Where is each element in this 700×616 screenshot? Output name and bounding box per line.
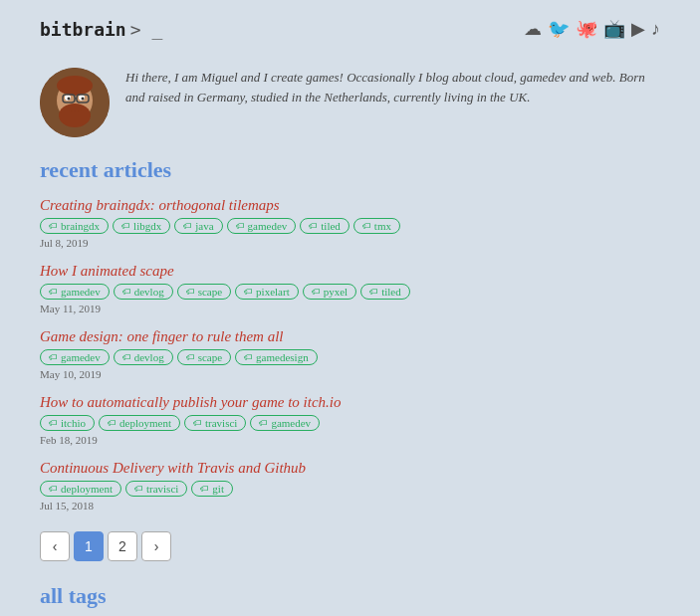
tag-itchio[interactable]: itchio — [40, 415, 95, 431]
article-date: May 11, 2019 — [40, 303, 660, 314]
header-icons: ☁ 🐦 🐙 📺 ▶ ♪ — [524, 18, 660, 40]
lastfm-icon[interactable]: ♪ — [651, 19, 660, 40]
tag-gamedev[interactable]: gamedev — [40, 284, 110, 300]
article-tags-row: gamedevdevlogscapepixelartpyxeltiled — [40, 284, 660, 300]
svg-point-6 — [68, 98, 71, 101]
article-tags-row: braingdxlibgdxjavagamedevtiledtmx — [40, 218, 660, 234]
article-item: Continuous Delivery with Travis and Gith… — [40, 460, 660, 512]
article-link-4[interactable]: Continuous Delivery with Travis and Gith… — [40, 460, 306, 476]
article-link-0[interactable]: Creating braingdx: orthogonal tilemaps — [40, 197, 280, 213]
bio-text: Hi there, I am Miguel and I create games… — [125, 68, 660, 107]
article-date: Feb 18, 2019 — [40, 434, 660, 446]
article-link-1[interactable]: How I animated scape — [40, 263, 174, 279]
youtube-icon[interactable]: ▶ — [631, 18, 645, 40]
tag-gamedev[interactable]: gamedev — [250, 415, 320, 431]
article-item: Game design: one finger to rule them all… — [40, 328, 660, 380]
header-left: bitbrain > _ — [40, 19, 162, 40]
tag-scape[interactable]: scape — [177, 349, 231, 365]
header: bitbrain > _ ☁ 🐦 🐙 📺 ▶ ♪ — [40, 10, 660, 52]
article-date: May 10, 2019 — [40, 368, 660, 380]
github-icon[interactable]: 🐙 — [576, 18, 597, 40]
tag-gamedev[interactable]: gamedev — [40, 349, 110, 365]
page-2-button[interactable]: 2 — [108, 531, 137, 561]
article-tags-row: itchiodeploymenttraviscigamedev — [40, 415, 660, 431]
avatar — [40, 68, 110, 137]
article-tags-row: deploymenttraviscigit — [40, 481, 660, 497]
site-cursor: > _ — [130, 19, 163, 40]
article-date: Jul 8, 2019 — [40, 237, 660, 249]
twitch-icon[interactable]: 📺 — [603, 18, 625, 40]
prev-page-button[interactable]: ‹ — [40, 531, 70, 561]
tag-gamedev[interactable]: gamedev — [227, 218, 297, 234]
articles-container: Creating braingdx: orthogonal tilemapsbr… — [40, 197, 660, 512]
tag-libgdx[interactable]: libgdx — [113, 218, 170, 234]
tag-devlog[interactable]: devlog — [114, 284, 173, 300]
tag-java[interactable]: java — [174, 218, 222, 234]
article-date: Jul 15, 2018 — [40, 500, 660, 512]
tag-git[interactable]: git — [191, 481, 233, 497]
tag-pixelart[interactable]: pixelart — [235, 284, 299, 300]
tag-devlog[interactable]: devlog — [114, 349, 173, 365]
svg-point-3 — [57, 76, 93, 96]
svg-point-2 — [59, 103, 91, 127]
articles-section-title: recent articles — [40, 157, 660, 183]
all-tags-title: all tags — [40, 583, 660, 609]
next-page-button[interactable]: › — [141, 531, 171, 561]
tag-deployment[interactable]: deployment — [40, 481, 121, 497]
tag-tmx[interactable]: tmx — [353, 218, 400, 234]
page-1-button[interactable]: 1 — [74, 531, 104, 561]
soundcloud-icon[interactable]: ☁ — [524, 18, 542, 40]
tag-braingdx[interactable]: braingdx — [40, 218, 109, 234]
profile-section: Hi there, I am Miguel and I create games… — [40, 52, 660, 157]
svg-point-7 — [82, 98, 85, 101]
article-tags-row: gamedevdevlogscapegamedesign — [40, 349, 660, 365]
articles-section: recent articles Creating braingdx: ortho… — [40, 157, 660, 512]
pagination: ‹ 1 2 › — [40, 531, 660, 561]
tag-travisci[interactable]: travisci — [125, 481, 187, 497]
article-item: How I animated scapegamedevdevlogscapepi… — [40, 263, 660, 314]
article-link-2[interactable]: Game design: one finger to rule them all — [40, 328, 284, 344]
tag-gamedesign[interactable]: gamedesign — [235, 349, 318, 365]
tag-travisci[interactable]: travisci — [184, 415, 246, 431]
tag-tiled[interactable]: tiled — [300, 218, 350, 234]
tag-deployment[interactable]: deployment — [99, 415, 180, 431]
all-tags-section: all tags braingdxdeploymentdevloggamedes… — [40, 583, 660, 616]
twitter-icon[interactable]: 🐦 — [548, 18, 570, 40]
article-link-3[interactable]: How to automatically publish your game t… — [40, 394, 341, 410]
tag-tiled[interactable]: tiled — [360, 284, 410, 300]
tag-scape[interactable]: scape — [177, 284, 231, 300]
site-title[interactable]: bitbrain — [40, 19, 126, 40]
article-item: How to automatically publish your game t… — [40, 394, 660, 446]
article-item: Creating braingdx: orthogonal tilemapsbr… — [40, 197, 660, 249]
tag-pyxel[interactable]: pyxel — [303, 284, 356, 300]
